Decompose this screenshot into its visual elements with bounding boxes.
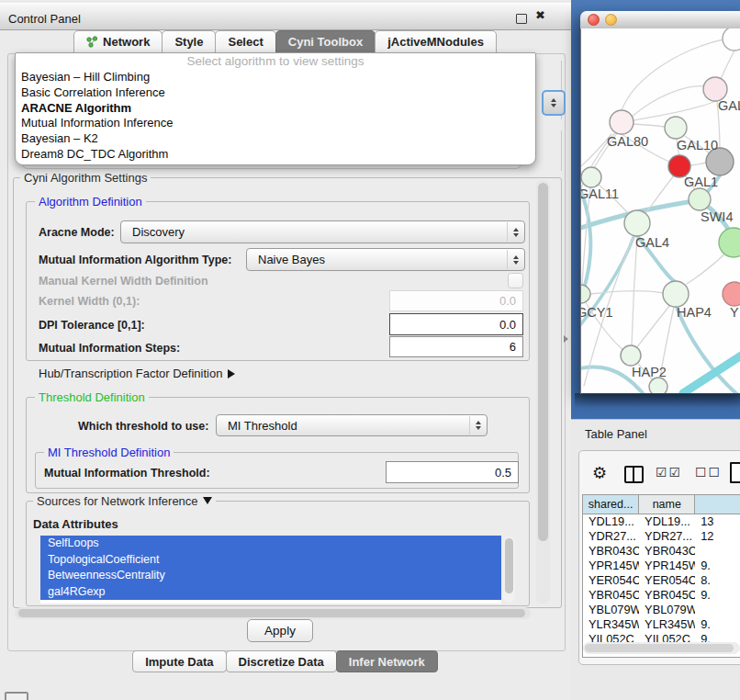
table-cell — [695, 544, 740, 559]
window-minimize-button[interactable] — [605, 14, 617, 26]
settings-vertical-scrollbar[interactable] — [536, 180, 550, 604]
settings-horizontal-scrollbar[interactable] — [15, 607, 531, 619]
which-threshold-combo[interactable]: MI Threshold — [216, 414, 488, 436]
tab-impute-data[interactable]: Impute Data — [132, 650, 226, 672]
float-window-icon[interactable] — [516, 14, 527, 24]
tab-infer-network[interactable]: Infer Network — [336, 650, 438, 672]
dropdown-option-dream8-dc-tdc-algorithm[interactable]: Dream8 DC_TDC Algorithm — [16, 147, 535, 163]
table-horizontal-scrollbar[interactable] — [583, 642, 740, 654]
table-row-ylr345w[interactable]: YLR345WYLR345W9. — [583, 617, 740, 632]
mi-threshold-label: Mutual Information Threshold: — [44, 467, 210, 480]
dpi-tolerance-field[interactable]: 0.0 — [389, 313, 523, 335]
tab-network[interactable]: Network — [73, 30, 163, 53]
table-row-yer054c[interactable]: YER054CYER054C8. — [583, 573, 740, 588]
network-edge[interactable] — [590, 291, 663, 294]
hub-section[interactable]: Hub/Transcription Factor Definition — [39, 367, 235, 380]
network-node-hap4[interactable] — [663, 281, 689, 307]
table-row-ybr045c[interactable]: YBR045CYBR045C9. — [583, 588, 740, 603]
network-node-gal10[interactable] — [665, 117, 687, 139]
chevron-right-icon[interactable] — [228, 369, 235, 378]
mi-threshold-field[interactable]: 0.5 — [386, 461, 519, 483]
table-cell: YBR045C — [583, 588, 639, 603]
attribute-item-selfloops[interactable]: SelfLoops — [40, 536, 501, 552]
table-cell: 9. — [695, 617, 740, 632]
sources-section[interactable]: Sources for Network Inference — [33, 494, 216, 508]
network-node[interactable] — [723, 28, 740, 51]
mi-type-combo[interactable]: Naive Bayes — [246, 248, 525, 271]
tab-label: Network — [103, 35, 150, 49]
network-edge[interactable] — [636, 305, 670, 348]
network-node-gcy1[interactable] — [581, 285, 590, 303]
aracne-mode-combo[interactable]: Discovery — [120, 220, 525, 243]
network-edge[interactable] — [690, 163, 706, 165]
scrollbar-thumb[interactable] — [585, 644, 734, 652]
mi-steps-label: Mutual Information Steps: — [39, 342, 180, 355]
table-cell: YLR345W — [639, 617, 695, 632]
apply-button-label: Apply — [264, 624, 296, 638]
inference-algorithm-combo-arrow[interactable] — [542, 90, 566, 116]
unchecked-checkboxes-icon[interactable]: ☐☐ — [695, 465, 722, 480]
panel-divider-arrow-icon[interactable] — [564, 335, 568, 343]
table-row-ypr145w[interactable]: YPR145WYPR145W9. — [583, 559, 740, 573]
tab-select[interactable]: Select — [215, 30, 275, 53]
data-attributes-list[interactable]: SelfLoopsTopologicalCoefficientBetweenne… — [40, 536, 501, 604]
column-header-name[interactable]: name — [639, 495, 695, 514]
mi-type-label: Mutual Information Algorithm Type: — [39, 254, 231, 266]
dropdown-option-bayesian-hill-climbing[interactable]: Bayesian – Hill Climbing — [16, 70, 535, 85]
tab-cyni-toolbox[interactable]: Cyni Toolbox — [275, 30, 376, 53]
network-node-gal4[interactable] — [624, 210, 650, 236]
network-node[interactable] — [719, 228, 740, 257]
close-icon[interactable]: ✖ — [535, 8, 545, 22]
columns-icon[interactable] — [624, 466, 644, 483]
dpi-tolerance-label: DPI Tolerance [0,1]: — [39, 319, 145, 332]
network-canvas[interactable]: GALGAL80GAL10GAL1GAL11SWI4GAL4GCY1HAP4YH… — [581, 28, 740, 393]
network-node-swi4[interactable] — [689, 188, 711, 210]
scrollbar-thumb[interactable] — [18, 609, 525, 617]
chevron-down-icon[interactable] — [203, 497, 212, 504]
table-row-ydl19[interactable]: YDL19...YDL19...13 — [583, 514, 740, 529]
network-edge[interactable] — [644, 175, 675, 216]
window-close-button[interactable] — [588, 14, 600, 26]
network-edge[interactable] — [633, 124, 665, 127]
network-node-gal80[interactable] — [610, 110, 633, 134]
attributes-list-scrollbar[interactable] — [503, 536, 515, 603]
attribute-item-betweennesscentrality[interactable]: BetweennessCentrality — [40, 568, 501, 584]
table-cell: 9. — [695, 559, 740, 573]
manual-kernel-checkbox[interactable] — [508, 273, 523, 288]
column-header-col2[interactable] — [695, 495, 740, 514]
mi-threshold-value: 0.5 — [495, 466, 511, 480]
scrollbar-thumb[interactable] — [538, 183, 548, 541]
tab-label: Select — [228, 35, 263, 49]
attribute-item-topologicalcoefficient[interactable]: TopologicalCoefficient — [40, 552, 501, 569]
table-row-ybr043c[interactable]: YBR043CYBR043C — [583, 544, 740, 559]
window-zoom-button[interactable] — [622, 14, 634, 26]
gear-icon[interactable]: ⚙ — [592, 463, 607, 483]
dropdown-option-mutual-information-inference[interactable]: Mutual Information Inference — [16, 116, 535, 131]
network-edge[interactable] — [687, 250, 729, 284]
tab-discretize-data[interactable]: Discretize Data — [226, 650, 337, 672]
mi-type-value: Naive Bayes — [258, 253, 325, 266]
window-shadow — [575, 393, 740, 408]
column-header-shared[interactable]: shared... — [583, 495, 639, 514]
dropdown-option-basic-correlation-inference[interactable]: Basic Correlation Inference — [16, 85, 535, 101]
mi-steps-field[interactable]: 6 — [389, 336, 523, 357]
table-cell: YER054C — [583, 573, 639, 588]
network-node[interactable] — [649, 378, 667, 393]
dropdown-option-aracne-algorithm[interactable]: ARACNE Algorithm — [16, 101, 535, 117]
table-row-ybl079w[interactable]: YBL079WYBL079W — [583, 603, 740, 617]
docked-panel-icon[interactable] — [5, 692, 28, 700]
network-node-gal11[interactable] — [581, 167, 601, 187]
kernel-width-field[interactable]: 0.0 — [389, 290, 523, 311]
tab-style[interactable]: Style — [162, 30, 216, 53]
dropdown-option-bayesian-k2[interactable]: Bayesian – K2 — [16, 131, 535, 147]
network-node-y[interactable] — [723, 282, 740, 306]
table-panel-title: Table Panel — [585, 427, 647, 441]
apply-button[interactable]: Apply — [247, 619, 313, 642]
checked-checkboxes-icon[interactable]: ☑☑ — [656, 465, 682, 480]
scrollbar-thumb[interactable] — [505, 538, 513, 593]
attribute-item-gal4rgexp[interactable]: gal4RGexp — [40, 584, 501, 601]
table-row-ydr27[interactable]: YDR27...YDR27...12 — [583, 529, 740, 544]
document-icon[interactable] — [730, 462, 740, 483]
network-node-hap2[interactable] — [621, 345, 641, 366]
tab-jactivemnodules[interactable]: jActiveMNodules — [375, 30, 497, 53]
